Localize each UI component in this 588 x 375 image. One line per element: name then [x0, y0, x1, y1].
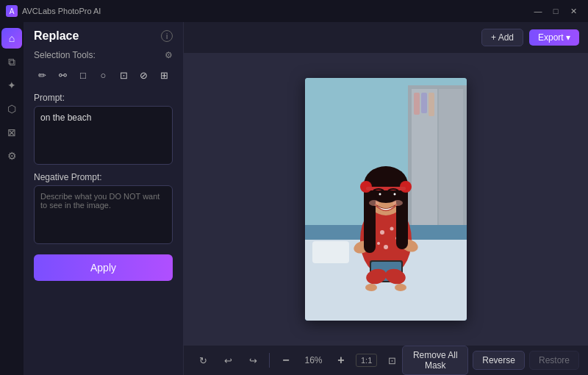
title-bar-left: A AVCLabs PhotoPro AI	[6, 5, 101, 17]
maximize-button[interactable]: □	[547, 2, 564, 20]
svg-rect-10	[312, 241, 349, 263]
zoom-out-button[interactable]: −	[276, 350, 296, 371]
image-canvas	[184, 53, 588, 346]
zoom-11-button[interactable]: 1:1	[356, 354, 377, 367]
rect-tool-btn[interactable]: □	[74, 66, 92, 84]
panel-title: Replace	[34, 29, 79, 43]
window-controls: — □ ✕	[529, 2, 582, 20]
export-button[interactable]: Export ▾	[529, 29, 579, 46]
svg-rect-5	[414, 93, 420, 115]
transform-tool-btn[interactable]: ⊞	[155, 66, 173, 84]
refresh-button[interactable]: ↻	[193, 350, 213, 371]
photo-frame	[305, 78, 467, 321]
tools-gear-icon[interactable]: ⚙	[165, 50, 173, 60]
add-button[interactable]: + Add	[481, 29, 523, 46]
bottom-toolbar: ↻ ↩ ↪ − 16% + 1:1 ⊡ Remove All Mask Reve…	[184, 346, 588, 375]
remove-mask-button[interactable]: Remove All Mask	[402, 346, 468, 375]
rail-layers-icon[interactable]: ⧉	[1, 51, 22, 72]
rail-settings-icon[interactable]: ⚙	[1, 146, 22, 166]
svg-point-14	[377, 242, 380, 245]
app-title: AVCLabs PhotoPro AI	[22, 7, 101, 15]
redo-button[interactable]: ↪	[243, 350, 263, 371]
svg-point-12	[380, 230, 384, 235]
svg-point-13	[390, 227, 394, 231]
svg-point-27	[390, 192, 397, 200]
svg-rect-32	[366, 187, 406, 190]
rail-effects-icon[interactable]: ✦	[1, 75, 22, 96]
tools-row: ✏ ⚯ □ ○ ⊡ ⊘ ⊞	[24, 63, 183, 88]
image-tool-btn[interactable]: ⊡	[115, 66, 132, 84]
app-icon: A	[6, 5, 18, 17]
svg-rect-25	[396, 187, 408, 249]
svg-point-34	[392, 200, 403, 206]
svg-point-28	[379, 193, 381, 196]
restore-button[interactable]: Restore	[529, 351, 579, 370]
lasso-tool-btn[interactable]: ⚯	[54, 66, 72, 84]
pen-tool-btn[interactable]: ✏	[34, 66, 51, 84]
bottom-right-controls: Remove All Mask Reverse Restore	[402, 346, 579, 375]
photo-svg	[305, 78, 467, 321]
ellipse-tool-btn[interactable]: ○	[95, 66, 112, 84]
prompt-textarea[interactable]: on the beach	[34, 106, 173, 165]
bottom-left-controls: ↻ ↩ ↪ − 16% + 1:1 ⊡	[193, 350, 402, 371]
canvas-area: + Add Export ▾	[184, 22, 588, 375]
svg-rect-6	[421, 93, 427, 113]
selection-tools-label: Selection Tools: ⚙	[24, 47, 183, 63]
zoom-in-button[interactable]: +	[331, 350, 351, 371]
info-icon[interactable]: i	[161, 30, 173, 42]
rail-replace-icon[interactable]: ⬡	[1, 99, 22, 119]
svg-point-33	[369, 200, 379, 206]
svg-rect-4	[439, 89, 463, 225]
neg-prompt-textarea[interactable]	[34, 185, 173, 244]
zoom-level: 16%	[301, 355, 326, 365]
apply-button[interactable]: Apply	[34, 254, 173, 281]
side-panel: Replace i Selection Tools: ⚙ ✏ ⚯ □ ○ ⊡ ⊘…	[24, 22, 184, 375]
close-button[interactable]: ✕	[564, 2, 582, 20]
minimize-button[interactable]: —	[529, 2, 547, 20]
rail-home-icon[interactable]: ⌂	[1, 28, 22, 49]
svg-rect-24	[364, 187, 376, 253]
fit-view-button[interactable]: ⊡	[381, 350, 402, 371]
svg-point-26	[375, 192, 382, 200]
panel-header: Replace i	[24, 22, 183, 47]
svg-point-16	[384, 245, 388, 249]
svg-point-37	[365, 284, 377, 291]
undo-button[interactable]: ↩	[218, 350, 238, 371]
title-bar: A AVCLabs PhotoPro AI — □ ✕	[0, 0, 588, 22]
svg-point-29	[394, 193, 396, 196]
rail-crop-icon[interactable]: ⊠	[1, 122, 22, 143]
neg-prompt-label: Negative Prompt:	[24, 165, 183, 185]
icon-rail: ⌂ ⧉ ✦ ⬡ ⊠ ⚙	[0, 22, 24, 375]
reverse-button[interactable]: Reverse	[473, 351, 525, 370]
top-toolbar: + Add Export ▾	[184, 22, 588, 53]
svg-rect-7	[429, 93, 434, 116]
separator-1	[269, 353, 270, 368]
svg-point-38	[395, 284, 406, 291]
brush-tool-btn[interactable]: ⊘	[135, 66, 153, 84]
main-container: ⌂ ⧉ ✦ ⬡ ⊠ ⚙ Replace i Selection Tools: ⚙…	[0, 22, 588, 375]
prompt-label: Prompt:	[24, 88, 183, 106]
